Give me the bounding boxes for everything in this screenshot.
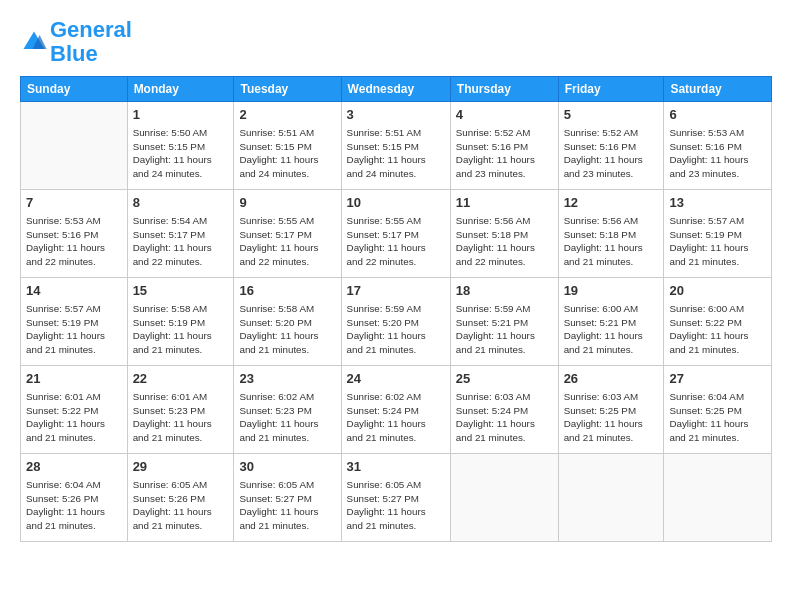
day-number: 28 (26, 458, 122, 476)
calendar-cell: 8Sunrise: 5:54 AM Sunset: 5:17 PM Daylig… (127, 190, 234, 278)
calendar-cell: 28Sunrise: 6:04 AM Sunset: 5:26 PM Dayli… (21, 454, 128, 542)
day-info: Sunrise: 5:56 AM Sunset: 5:18 PM Dayligh… (564, 214, 659, 269)
day-number: 20 (669, 282, 766, 300)
weekday-header-row: SundayMondayTuesdayWednesdayThursdayFrid… (21, 77, 772, 102)
day-info: Sunrise: 6:01 AM Sunset: 5:22 PM Dayligh… (26, 390, 122, 445)
day-number: 7 (26, 194, 122, 212)
week-row-5: 28Sunrise: 6:04 AM Sunset: 5:26 PM Dayli… (21, 454, 772, 542)
day-info: Sunrise: 5:53 AM Sunset: 5:16 PM Dayligh… (669, 126, 766, 181)
calendar-cell: 10Sunrise: 5:55 AM Sunset: 5:17 PM Dayli… (341, 190, 450, 278)
page-container: General Blue SundayMondayTuesdayWednesda… (0, 0, 792, 612)
day-number: 19 (564, 282, 659, 300)
weekday-header-monday: Monday (127, 77, 234, 102)
calendar-cell: 13Sunrise: 5:57 AM Sunset: 5:19 PM Dayli… (664, 190, 772, 278)
day-number: 12 (564, 194, 659, 212)
day-number: 2 (239, 106, 335, 124)
week-row-1: 1Sunrise: 5:50 AM Sunset: 5:15 PM Daylig… (21, 102, 772, 190)
day-number: 17 (347, 282, 445, 300)
day-number: 5 (564, 106, 659, 124)
day-info: Sunrise: 6:04 AM Sunset: 5:26 PM Dayligh… (26, 478, 122, 533)
calendar-cell: 27Sunrise: 6:04 AM Sunset: 5:25 PM Dayli… (664, 366, 772, 454)
day-number: 6 (669, 106, 766, 124)
calendar-cell: 22Sunrise: 6:01 AM Sunset: 5:23 PM Dayli… (127, 366, 234, 454)
day-info: Sunrise: 6:02 AM Sunset: 5:24 PM Dayligh… (347, 390, 445, 445)
calendar-cell (558, 454, 664, 542)
day-info: Sunrise: 5:52 AM Sunset: 5:16 PM Dayligh… (564, 126, 659, 181)
header: General Blue (20, 18, 772, 66)
day-info: Sunrise: 5:57 AM Sunset: 5:19 PM Dayligh… (669, 214, 766, 269)
day-info: Sunrise: 5:59 AM Sunset: 5:20 PM Dayligh… (347, 302, 445, 357)
calendar-cell: 20Sunrise: 6:00 AM Sunset: 5:22 PM Dayli… (664, 278, 772, 366)
day-info: Sunrise: 6:05 AM Sunset: 5:27 PM Dayligh… (239, 478, 335, 533)
day-info: Sunrise: 5:58 AM Sunset: 5:20 PM Dayligh… (239, 302, 335, 357)
day-number: 22 (133, 370, 229, 388)
day-number: 31 (347, 458, 445, 476)
calendar-cell: 9Sunrise: 5:55 AM Sunset: 5:17 PM Daylig… (234, 190, 341, 278)
day-number: 9 (239, 194, 335, 212)
day-number: 29 (133, 458, 229, 476)
calendar-cell: 26Sunrise: 6:03 AM Sunset: 5:25 PM Dayli… (558, 366, 664, 454)
calendar-cell: 2Sunrise: 5:51 AM Sunset: 5:15 PM Daylig… (234, 102, 341, 190)
calendar-cell: 24Sunrise: 6:02 AM Sunset: 5:24 PM Dayli… (341, 366, 450, 454)
weekday-header-tuesday: Tuesday (234, 77, 341, 102)
calendar-cell: 6Sunrise: 5:53 AM Sunset: 5:16 PM Daylig… (664, 102, 772, 190)
calendar-cell: 1Sunrise: 5:50 AM Sunset: 5:15 PM Daylig… (127, 102, 234, 190)
calendar-cell: 21Sunrise: 6:01 AM Sunset: 5:22 PM Dayli… (21, 366, 128, 454)
calendar-cell: 31Sunrise: 6:05 AM Sunset: 5:27 PM Dayli… (341, 454, 450, 542)
logo-icon (20, 28, 48, 56)
calendar-cell: 14Sunrise: 5:57 AM Sunset: 5:19 PM Dayli… (21, 278, 128, 366)
week-row-3: 14Sunrise: 5:57 AM Sunset: 5:19 PM Dayli… (21, 278, 772, 366)
day-number: 24 (347, 370, 445, 388)
day-number: 14 (26, 282, 122, 300)
calendar-cell: 15Sunrise: 5:58 AM Sunset: 5:19 PM Dayli… (127, 278, 234, 366)
day-number: 16 (239, 282, 335, 300)
calendar-table: SundayMondayTuesdayWednesdayThursdayFrid… (20, 76, 772, 542)
day-info: Sunrise: 6:04 AM Sunset: 5:25 PM Dayligh… (669, 390, 766, 445)
day-info: Sunrise: 6:05 AM Sunset: 5:26 PM Dayligh… (133, 478, 229, 533)
day-number: 30 (239, 458, 335, 476)
calendar-cell: 11Sunrise: 5:56 AM Sunset: 5:18 PM Dayli… (450, 190, 558, 278)
calendar-cell: 25Sunrise: 6:03 AM Sunset: 5:24 PM Dayli… (450, 366, 558, 454)
day-info: Sunrise: 5:57 AM Sunset: 5:19 PM Dayligh… (26, 302, 122, 357)
calendar-cell: 16Sunrise: 5:58 AM Sunset: 5:20 PM Dayli… (234, 278, 341, 366)
day-info: Sunrise: 6:01 AM Sunset: 5:23 PM Dayligh… (133, 390, 229, 445)
day-info: Sunrise: 5:54 AM Sunset: 5:17 PM Dayligh… (133, 214, 229, 269)
day-info: Sunrise: 5:55 AM Sunset: 5:17 PM Dayligh… (239, 214, 335, 269)
calendar-cell: 7Sunrise: 5:53 AM Sunset: 5:16 PM Daylig… (21, 190, 128, 278)
weekday-header-sunday: Sunday (21, 77, 128, 102)
calendar-cell: 29Sunrise: 6:05 AM Sunset: 5:26 PM Dayli… (127, 454, 234, 542)
day-number: 27 (669, 370, 766, 388)
calendar-cell: 12Sunrise: 5:56 AM Sunset: 5:18 PM Dayli… (558, 190, 664, 278)
day-info: Sunrise: 6:03 AM Sunset: 5:25 PM Dayligh… (564, 390, 659, 445)
day-number: 21 (26, 370, 122, 388)
calendar-cell: 5Sunrise: 5:52 AM Sunset: 5:16 PM Daylig… (558, 102, 664, 190)
day-number: 18 (456, 282, 553, 300)
day-info: Sunrise: 5:59 AM Sunset: 5:21 PM Dayligh… (456, 302, 553, 357)
calendar-cell: 30Sunrise: 6:05 AM Sunset: 5:27 PM Dayli… (234, 454, 341, 542)
weekday-header-saturday: Saturday (664, 77, 772, 102)
day-info: Sunrise: 6:02 AM Sunset: 5:23 PM Dayligh… (239, 390, 335, 445)
day-info: Sunrise: 5:55 AM Sunset: 5:17 PM Dayligh… (347, 214, 445, 269)
day-info: Sunrise: 5:51 AM Sunset: 5:15 PM Dayligh… (239, 126, 335, 181)
day-info: Sunrise: 6:03 AM Sunset: 5:24 PM Dayligh… (456, 390, 553, 445)
day-number: 4 (456, 106, 553, 124)
calendar-cell: 17Sunrise: 5:59 AM Sunset: 5:20 PM Dayli… (341, 278, 450, 366)
calendar-cell: 3Sunrise: 5:51 AM Sunset: 5:15 PM Daylig… (341, 102, 450, 190)
day-number: 10 (347, 194, 445, 212)
day-info: Sunrise: 5:50 AM Sunset: 5:15 PM Dayligh… (133, 126, 229, 181)
day-number: 8 (133, 194, 229, 212)
day-number: 3 (347, 106, 445, 124)
day-number: 25 (456, 370, 553, 388)
day-info: Sunrise: 5:58 AM Sunset: 5:19 PM Dayligh… (133, 302, 229, 357)
day-info: Sunrise: 5:53 AM Sunset: 5:16 PM Dayligh… (26, 214, 122, 269)
day-info: Sunrise: 5:51 AM Sunset: 5:15 PM Dayligh… (347, 126, 445, 181)
weekday-header-thursday: Thursday (450, 77, 558, 102)
calendar-cell (21, 102, 128, 190)
calendar-cell (450, 454, 558, 542)
logo-text: General Blue (50, 18, 132, 66)
day-info: Sunrise: 5:52 AM Sunset: 5:16 PM Dayligh… (456, 126, 553, 181)
week-row-2: 7Sunrise: 5:53 AM Sunset: 5:16 PM Daylig… (21, 190, 772, 278)
week-row-4: 21Sunrise: 6:01 AM Sunset: 5:22 PM Dayli… (21, 366, 772, 454)
calendar-cell (664, 454, 772, 542)
day-info: Sunrise: 6:00 AM Sunset: 5:22 PM Dayligh… (669, 302, 766, 357)
